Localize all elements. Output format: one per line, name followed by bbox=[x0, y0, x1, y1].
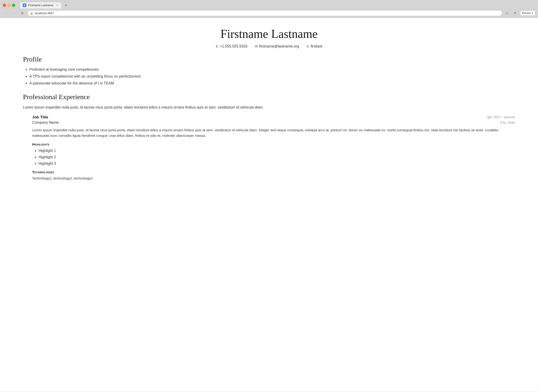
github-contact: ⊙ firstlast bbox=[306, 44, 322, 48]
tab-bar: 8 Firstname Lastname × + bbox=[20, 2, 535, 9]
lock-icon: 🔒 bbox=[30, 12, 33, 15]
browser-toolbar: ‹ › ↻ 🔒 localhost:4567 ☆ ≡ Person 1 bbox=[0, 9, 538, 18]
phone-contact: ✆ +1.555.555.5555 bbox=[216, 44, 248, 48]
tab-title: Firstname Lastname bbox=[28, 4, 53, 7]
list-item: Highlight 1 bbox=[38, 148, 515, 154]
maximize-window-button[interactable] bbox=[12, 4, 15, 7]
tab-close-button[interactable]: × bbox=[55, 4, 59, 7]
browser-actions: ☆ ≡ bbox=[504, 10, 518, 16]
list-item: A TPS report completionist with an unyie… bbox=[29, 74, 515, 79]
close-window-button[interactable] bbox=[3, 4, 6, 7]
experience-section: Professional Experience Lorem Ipsum impe… bbox=[23, 93, 515, 181]
github-icon: ⊙ bbox=[306, 45, 309, 48]
back-button[interactable]: ‹ bbox=[3, 10, 9, 16]
job-company-row: Company Name City, State bbox=[32, 121, 515, 125]
highlights-list: Highlight 1 Highlight 2 Highlight 3 bbox=[32, 148, 515, 166]
highlights-label: Highlights bbox=[32, 142, 515, 146]
forward-button[interactable]: › bbox=[11, 10, 18, 16]
job-description: Lorem Ipsum imperdiet nulla justo, id la… bbox=[32, 127, 515, 139]
job-entry: Job Title Apr-2012 – present Company Nam… bbox=[32, 115, 515, 181]
browser-titlebar: 8 Firstname Lastname × + bbox=[0, 0, 538, 9]
person-profile-button[interactable]: Person 1 bbox=[520, 10, 535, 16]
technologies-text: Technology1, technology2, technology3 bbox=[32, 176, 515, 181]
job-location: City, State bbox=[500, 121, 515, 125]
contact-info: ✆ +1.555.555.5555 ✉ firstname@lastname.o… bbox=[23, 44, 515, 48]
tab-favicon: 8 bbox=[23, 4, 26, 7]
list-item: A passionate advocate for the absence of… bbox=[29, 80, 515, 86]
job-dates: Apr-2012 – present bbox=[486, 115, 515, 119]
browser-chrome: 8 Firstname Lastname × + ‹ › ↻ 🔒 localho… bbox=[0, 0, 538, 18]
minimize-window-button[interactable] bbox=[7, 4, 10, 7]
address-bar[interactable]: 🔒 localhost:4567 bbox=[28, 10, 502, 16]
email-address: firstname@lastname.org bbox=[259, 44, 299, 48]
email-contact: ✉ firstname@lastname.org bbox=[255, 44, 299, 48]
list-item: Highlight 2 bbox=[38, 154, 515, 160]
job-header: Job Title Apr-2012 – present bbox=[32, 115, 515, 120]
address-text: localhost:4567 bbox=[35, 11, 500, 15]
profile-section-title: Profile bbox=[23, 55, 515, 63]
list-item: Proficient at leveraging core competenci… bbox=[29, 67, 515, 72]
resume-name: Firstname Lastname bbox=[23, 27, 515, 41]
experience-section-title: Professional Experience bbox=[23, 93, 515, 101]
refresh-button[interactable]: ↻ bbox=[19, 10, 26, 16]
job-title: Job Title bbox=[32, 115, 48, 120]
resume-header: Firstname Lastname ✆ +1.555.555.5555 ✉ f… bbox=[23, 27, 515, 48]
bookmark-star-button[interactable]: ☆ bbox=[504, 10, 510, 16]
new-tab-button[interactable]: + bbox=[63, 2, 69, 9]
profile-list: Proficient at leveraging core competenci… bbox=[23, 67, 515, 86]
experience-intro: Lorem Ipsum imperdiet nulla justo, id la… bbox=[23, 104, 515, 110]
email-icon: ✉ bbox=[255, 45, 258, 48]
profile-section: Profile Proficient at leveraging core co… bbox=[23, 55, 515, 86]
github-handle: firstlast bbox=[311, 44, 322, 48]
job-company: Company Name bbox=[32, 121, 59, 125]
browser-menu-button[interactable]: ≡ bbox=[512, 10, 518, 16]
phone-number: +1.555.555.5555 bbox=[220, 44, 248, 48]
active-tab[interactable]: 8 Firstname Lastname × bbox=[20, 2, 62, 9]
traffic-lights bbox=[3, 4, 15, 7]
page-content: Firstname Lastname ✆ +1.555.555.5555 ✉ f… bbox=[0, 18, 538, 392]
technologies-label: Technologies bbox=[32, 170, 515, 174]
list-item: Highlight 3 bbox=[38, 161, 515, 166]
phone-icon: ✆ bbox=[216, 45, 219, 48]
